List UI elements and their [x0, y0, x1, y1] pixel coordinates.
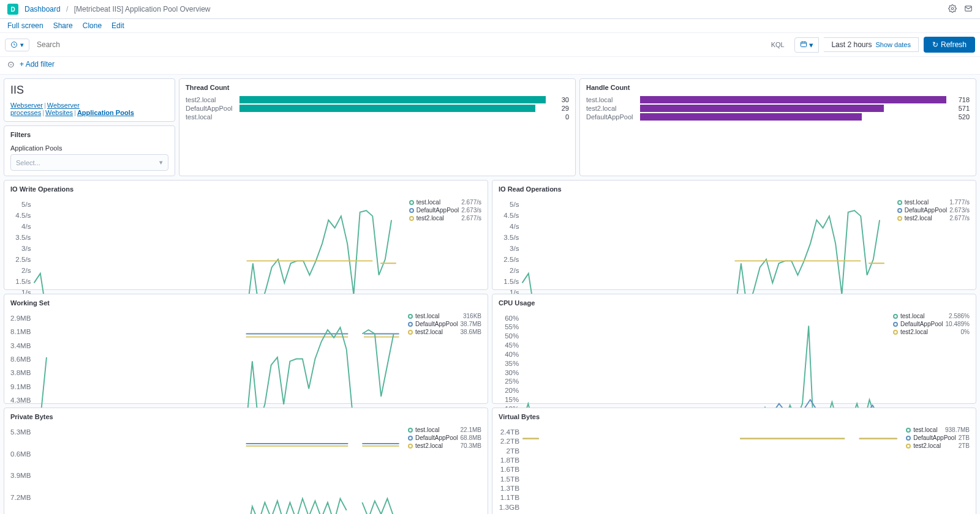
chart-legend: test.local22.1MBDefaultAppPool68.8MBtest…	[403, 424, 481, 514]
saved-query-button[interactable]: ▾	[5, 39, 29, 51]
filter-bar: ⊙ + Add filter	[0, 57, 980, 75]
legend-item[interactable]: DefaultAppPool38.7MB	[408, 321, 481, 327]
app-pools-select[interactable]: Select... ▾	[10, 154, 168, 171]
clone-link[interactable]: Clone	[83, 21, 102, 30]
show-dates-link[interactable]: Show dates	[875, 41, 910, 48]
breadcrumb-current: [Metricbeat IIS] Application Pool Overvi…	[74, 5, 211, 13]
hbar-row: test.local718	[586, 96, 970, 103]
hbar-row: DefaultAppPool29	[186, 105, 569, 112]
svg-text:3/s: 3/s	[21, 245, 31, 252]
svg-text:2TB: 2TB	[506, 447, 519, 455]
chart-legend: test.local938.7MBDefaultAppPool2TBtest2.…	[901, 424, 970, 514]
share-icon[interactable]	[964, 4, 973, 15]
dashboard-toolbar: Full screen Share Clone Edit	[0, 19, 980, 33]
nav-link-application-pools[interactable]: Application Pools	[77, 109, 134, 116]
chart-virtual_bytes: Virtual Bytes 0B186.3GB558.8GB745.1GB931…	[492, 408, 976, 514]
legend-item[interactable]: test2.local2.677/s	[409, 215, 481, 222]
svg-text:1.5TB: 1.5TB	[500, 475, 520, 483]
svg-text:75.3MB: 75.3MB	[10, 428, 31, 436]
panel-title: Thread Count	[186, 84, 569, 91]
svg-text:931.3GB: 931.3GB	[499, 503, 519, 512]
svg-text:40%: 40%	[505, 351, 519, 358]
svg-text:55%: 55%	[505, 323, 519, 330]
add-filter-link[interactable]: + Add filter	[20, 60, 55, 69]
breadcrumb: Dashboard / [Metricbeat IIS] Application…	[24, 5, 211, 13]
nav-link-webserver[interactable]: Webserver	[10, 102, 43, 109]
svg-text:3.5/s: 3.5/s	[503, 234, 519, 241]
svg-text:4.5/s: 4.5/s	[503, 212, 519, 219]
edit-link[interactable]: Edit	[111, 21, 124, 30]
thread-count-panel: Thread Count test2.local30DefaultAppPool…	[179, 78, 576, 176]
legend-item[interactable]: test2.local2TB	[906, 442, 970, 449]
svg-text:2/s: 2/s	[21, 267, 31, 274]
svg-text:1.5/s: 1.5/s	[503, 278, 519, 285]
legend-item[interactable]: DefaultAppPool2TB	[906, 434, 970, 441]
svg-text:4/s: 4/s	[21, 223, 31, 230]
svg-text:2.5/s: 2.5/s	[503, 256, 519, 263]
legend-item[interactable]: DefaultAppPool68.8MB	[408, 434, 481, 441]
legend-item[interactable]: test2.local70.3MB	[408, 442, 481, 449]
hbar-row: test2.local571	[586, 105, 970, 112]
legend-item[interactable]: test.local938.7MB	[906, 426, 970, 433]
chart-io_read: IO Read Operations 0/s0.5/s1/s1.5/s2/s2.…	[492, 180, 976, 290]
dashboard-grid-top: IIS Webserver|Webserver processes|Websit…	[0, 75, 980, 180]
svg-text:60%: 60%	[505, 315, 519, 322]
legend-item[interactable]: DefaultAppPool10.489%	[893, 321, 970, 327]
handle-count-panel: Handle Count test.local718test2.local571…	[579, 78, 976, 176]
chart-cpu: CPU Usage 0%5%10%15%20%25%30%35%40%45%50…	[492, 294, 976, 404]
legend-item[interactable]: test.local2.586%	[893, 313, 970, 319]
svg-text:5/s: 5/s	[21, 201, 31, 208]
svg-text:25%: 25%	[505, 378, 519, 385]
legend-item[interactable]: test.local2.677/s	[409, 199, 481, 206]
svg-text:1.5/s: 1.5/s	[15, 278, 31, 285]
chevron-down-icon: ▾	[20, 41, 24, 49]
hbar-row: DefaultAppPool520	[586, 113, 970, 121]
hbar-row: test.local0	[186, 113, 569, 121]
svg-text:1.6TB: 1.6TB	[500, 465, 520, 474]
svg-point-0	[951, 7, 954, 10]
chart-private_bytes: Private Bytes 26.9MB33.6MB47.2MB53.9MB60…	[4, 408, 488, 514]
legend-item[interactable]: DefaultAppPool2.673/s	[409, 207, 481, 214]
legend-item[interactable]: test.local316KB	[408, 313, 481, 319]
legend-item[interactable]: test2.local2.677/s	[897, 215, 970, 222]
app-logo[interactable]: D	[7, 4, 18, 15]
svg-text:4.5/s: 4.5/s	[15, 212, 31, 219]
iis-nav-panel: IIS Webserver|Webserver processes|Websit…	[4, 78, 175, 122]
legend-item[interactable]: test.local1.777/s	[897, 199, 970, 206]
nav-link-websites[interactable]: Websites	[45, 109, 73, 116]
kql-badge[interactable]: KQL	[771, 41, 785, 48]
svg-text:2.4TB: 2.4TB	[500, 428, 520, 436]
date-quick-button[interactable]: ▾	[794, 37, 820, 53]
svg-text:45%: 45%	[505, 341, 519, 349]
filter-toggle-icon[interactable]: ⊙	[7, 59, 15, 69]
fullscreen-link[interactable]: Full screen	[7, 21, 43, 30]
legend-item[interactable]: test.local22.1MB	[408, 426, 481, 433]
share-link[interactable]: Share	[53, 21, 73, 30]
svg-text:53.9MB: 53.9MB	[10, 472, 31, 479]
legend-item[interactable]: test2.local38.6MB	[408, 329, 481, 335]
svg-text:50%: 50%	[505, 332, 519, 340]
refresh-icon: ↻	[932, 40, 938, 49]
svg-text:1.8TB: 1.8TB	[500, 456, 520, 464]
panel-title: IO Read Operations	[499, 185, 970, 193]
svg-text:4/s: 4/s	[510, 223, 519, 230]
iis-nav-links: Webserver|Webserver processes|Websites|A…	[10, 102, 168, 116]
svg-text:28.6MB: 28.6MB	[10, 356, 31, 363]
breadcrumb-dashboard[interactable]: Dashboard	[24, 5, 61, 13]
legend-item[interactable]: test2.local0%	[893, 329, 970, 335]
search-input[interactable]	[34, 38, 766, 51]
refresh-button[interactable]: ↻ Refresh	[924, 37, 975, 53]
filters-panel: Filters Application Pools Select... ▾	[4, 125, 175, 176]
svg-text:1.1TB: 1.1TB	[500, 493, 520, 502]
svg-text:2/s: 2/s	[510, 267, 519, 274]
settings-icon[interactable]	[948, 4, 957, 15]
svg-text:5/s: 5/s	[510, 201, 519, 208]
svg-text:47.2MB: 47.2MB	[10, 494, 31, 501]
panel-title: IO Write Operations	[10, 185, 481, 193]
svg-text:23.8MB: 23.8MB	[10, 369, 31, 376]
date-range-display[interactable]: Last 2 hours Show dates	[824, 37, 919, 52]
svg-text:35%: 35%	[505, 360, 519, 367]
legend-item[interactable]: DefaultAppPool2.673/s	[897, 207, 970, 214]
svg-text:14.3MB: 14.3MB	[10, 397, 31, 404]
header-bar: D Dashboard / [Metricbeat IIS] Applicati…	[0, 0, 980, 19]
